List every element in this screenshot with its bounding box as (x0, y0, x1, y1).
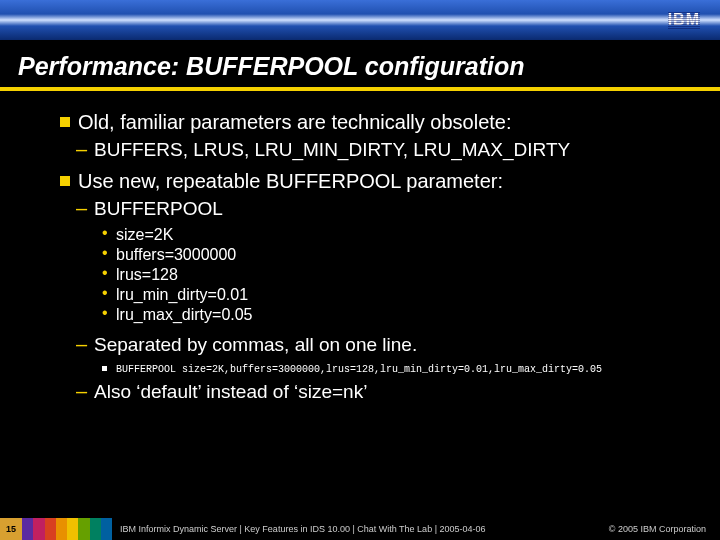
param-list: size=2K buffers=3000000 lrus=128 lru_min… (60, 223, 720, 331)
bullet-default: Also ‘default’ instead of ‘size=nk’ (60, 378, 720, 406)
slide-header: IBM (0, 0, 720, 40)
bullet-new-param: Use new, repeatable BUFFERPOOL parameter… (60, 164, 720, 195)
strip-swatch (56, 518, 67, 540)
slide-title: Performance: BUFFERPOOL configuration (0, 40, 720, 91)
param-item: lru_min_dirty=0.01 (60, 285, 720, 305)
param-item: lrus=128 (60, 265, 720, 285)
ibm-logo: IBM (668, 11, 700, 29)
strip-swatch (90, 518, 101, 540)
copyright: © 2005 IBM Corporation (609, 524, 720, 534)
bullet-obsolete: Old, familiar parameters are technically… (60, 105, 720, 136)
slide-body: Old, familiar parameters are technically… (0, 101, 720, 406)
bullet-bufferpool: BUFFERPOOL (60, 195, 720, 223)
page-number: 15 (0, 518, 22, 540)
footer-text: IBM Informix Dynamic Server | Key Featur… (112, 524, 609, 534)
param-item: lru_max_dirty=0.05 (60, 305, 720, 325)
strip-swatch (33, 518, 44, 540)
bullet-one-line: Separated by commas, all on one line. (60, 331, 720, 359)
color-strip (22, 518, 112, 540)
bullet-obsolete-list: BUFFERS, LRUS, LRU_MIN_DIRTY, LRU_MAX_DI… (60, 136, 720, 164)
example-code: BUFFERPOOL size=2K,buffers=3000000,lrus=… (116, 364, 602, 375)
slide-footer: 15 IBM Informix Dynamic Server | Key Fea… (0, 518, 720, 540)
bullet-example: BUFFERPOOL size=2K,buffers=3000000,lrus=… (60, 359, 720, 378)
param-item: buffers=3000000 (60, 245, 720, 265)
strip-swatch (67, 518, 78, 540)
strip-swatch (78, 518, 89, 540)
strip-swatch (45, 518, 56, 540)
param-item: size=2K (60, 225, 720, 245)
strip-swatch (22, 518, 33, 540)
strip-swatch (101, 518, 112, 540)
